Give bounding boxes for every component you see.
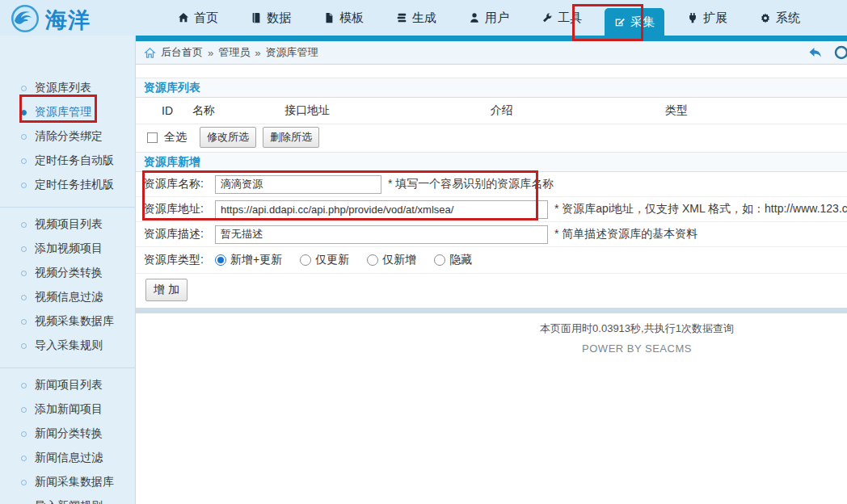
database-icon (251, 12, 262, 23)
refresh-icon[interactable] (834, 45, 847, 60)
select-all-label: 全选 (164, 130, 187, 145)
sidebar-item-video-category-convert[interactable]: 视频分类转换 (0, 261, 135, 285)
sidebar-item-news-category-convert[interactable]: 新闻分类转换 (0, 422, 135, 446)
bullet-icon (21, 319, 27, 325)
radio-add-only[interactable]: 仅新增 (367, 253, 416, 267)
column-type: 类型 (665, 103, 847, 118)
sidebar-item-timer-hang[interactable]: 定时任务挂机版 (0, 173, 135, 197)
bullet-icon (21, 431, 27, 437)
breadcrumb-home[interactable]: 后台首页 (161, 45, 203, 60)
breadcrumb-current: 资源库管理 (265, 45, 318, 60)
sidebar-item-resource-list[interactable]: 资源库列表 (0, 76, 135, 100)
generate-icon (396, 12, 407, 23)
bullet-icon (21, 295, 27, 300)
delete-selected-button[interactable]: 删除所选 (263, 127, 319, 148)
column-name: 名称 (192, 103, 284, 118)
type-field-label: 资源库类型: (144, 253, 215, 267)
url-field-hint: * 资源库api地址，仅支持 XML 格式，如：http://www.123.c… (554, 202, 847, 216)
name-input[interactable] (215, 175, 381, 194)
sidebar-item-add-news-project[interactable]: 添加新闻项目 (0, 397, 135, 422)
nav-item-tools[interactable]: 工具 (532, 4, 592, 32)
bullet-icon (21, 158, 27, 164)
add-button[interactable]: 增 加 (145, 279, 188, 301)
radio-add-update[interactable]: 新增+更新 (215, 253, 282, 267)
url-input[interactable] (215, 200, 548, 219)
radio-update-only[interactable]: 仅更新 (300, 253, 349, 267)
name-field-label: 资源库名称: (144, 177, 215, 191)
breadcrumb-admin: 管理员 (218, 45, 250, 60)
main-content: 资源库列表 ID 名称 接口地址 介绍 类型 全选 修改所选 删除所选 资源库新… (136, 65, 847, 504)
form-row-desc: 资源库描述: * 简单描述资源库的基本资料 (136, 222, 847, 247)
bullet-icon (21, 110, 27, 116)
resource-add-section-header: 资源库新增 (136, 152, 847, 172)
resource-table-header: ID 名称 接口地址 介绍 类型 (136, 98, 847, 124)
sidebar-item-timer-auto[interactable]: 定时任务自动版 (0, 149, 135, 173)
sidebar-item-video-info-filter[interactable]: 视频信息过滤 (0, 285, 135, 309)
nav-item-template[interactable]: 模板 (314, 4, 373, 32)
collect-icon (614, 16, 626, 27)
bullet-icon (21, 183, 27, 188)
type-radio-group: 新增+更新 仅更新 仅新增 隐藏 (215, 253, 472, 267)
url-field-label: 资源库地址: (144, 202, 215, 216)
edit-selected-button[interactable]: 修改所选 (200, 127, 256, 148)
powered-by: POWER BY SEACMS (136, 342, 847, 355)
radio-icon (367, 254, 378, 266)
main-nav: 首页 数据 模板 生成 用户 工具 采集 扩展 (162, 0, 847, 36)
form-row-type: 资源库类型: 新增+更新 仅更新 仅新增 隐藏 (136, 247, 847, 274)
name-field-hint: * 填写一个容易识别的资源库名称 (388, 177, 554, 191)
sidebar-item-clear-binding[interactable]: 清除分类绑定 (0, 124, 135, 149)
nav-item-home[interactable]: 首页 (168, 4, 228, 32)
bullet-icon (21, 456, 27, 461)
bullet-icon (21, 222, 27, 228)
desc-input[interactable] (215, 225, 548, 244)
sidebar-item-import-collect-rules[interactable]: 导入采集规则 (0, 334, 135, 358)
nav-item-data[interactable]: 数据 (241, 4, 301, 32)
sidebar-item-import-news-rules[interactable]: 导入新闻规则 (0, 494, 135, 504)
top-header: 海洋 首页 数据 模板 生成 用户 工具 采集 (0, 0, 847, 36)
resource-list-section-header: 资源库列表 (136, 78, 847, 98)
column-id: ID (162, 104, 192, 117)
radio-icon (434, 254, 445, 266)
sidebar-item-video-collect-db[interactable]: 视频采集数据库 (0, 309, 135, 334)
bullet-icon (21, 407, 27, 413)
select-all-checkbox[interactable] (147, 132, 158, 143)
sidebar-item-news-info-filter[interactable]: 新闻信息过滤 (0, 446, 135, 470)
form-row-name: 资源库名称: * 填写一个容易识别的资源库名称 (136, 172, 847, 197)
nav-item-generate[interactable]: 生成 (386, 4, 446, 32)
desc-field-hint: * 简单描述资源库的基本资料 (554, 227, 697, 242)
user-icon (469, 12, 480, 23)
sidebar-item-resource-manage[interactable]: 资源库管理 (0, 100, 135, 124)
nav-item-extend[interactable]: 扩展 (677, 4, 737, 32)
section-title: 资源库新增 (144, 155, 200, 170)
breadcrumb: 后台首页 » 管理员 » 资源库管理 (136, 41, 847, 65)
sidebar-item-video-projects[interactable]: 视频项目列表 (0, 212, 135, 237)
sidebar-group-video: 视频项目列表 添加视频项目 视频分类转换 视频信息过滤 视频采集数据库 导入采集… (0, 207, 135, 363)
submit-row: 增 加 (136, 274, 847, 306)
brand-logo[interactable]: 海洋 (10, 3, 91, 36)
back-icon[interactable] (807, 46, 823, 59)
radio-hidden[interactable]: 隐藏 (434, 253, 472, 267)
sidebar-item-news-projects[interactable]: 新闻项目列表 (0, 373, 135, 397)
home-icon (178, 12, 189, 23)
sidebar-group-news: 新闻项目列表 添加新闻项目 新闻分类转换 新闻信息过滤 新闻采集数据库 导入新闻… (0, 368, 135, 504)
page-stats: 本页面用时0.03913秒,共执行1次数据查询 (136, 321, 847, 336)
bullet-icon (21, 343, 27, 349)
home-outline-icon (144, 47, 156, 59)
bullet-icon (21, 480, 27, 485)
batch-actions-row: 全选 修改所选 删除所选 (136, 124, 847, 150)
column-api: 接口地址 (284, 103, 491, 118)
footer-divider (136, 308, 847, 313)
nav-item-collect[interactable]: 采集 (605, 8, 664, 36)
sidebar-item-news-collect-db[interactable]: 新闻采集数据库 (0, 470, 135, 494)
page-footer: 本页面用时0.03913秒,共执行1次数据查询 POWER BY SEACMS (136, 321, 847, 355)
radio-icon (215, 254, 226, 266)
nav-item-user[interactable]: 用户 (459, 4, 519, 32)
brand-name: 海洋 (45, 6, 91, 35)
radio-icon (300, 254, 311, 266)
extend-icon (687, 12, 698, 23)
sidebar-item-add-video-project[interactable]: 添加视频项目 (0, 237, 135, 261)
nav-item-system[interactable]: 系统 (750, 4, 810, 32)
bullet-icon (21, 86, 27, 91)
column-intro: 介绍 (491, 103, 665, 118)
form-row-url: 资源库地址: * 资源库api地址，仅支持 XML 格式，如：http://ww… (136, 197, 847, 222)
